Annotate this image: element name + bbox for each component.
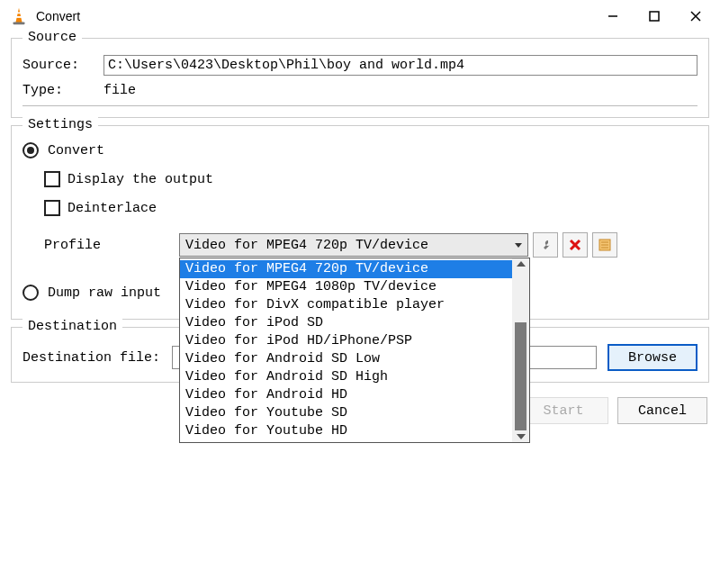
profile-option[interactable]: Video for Android SD Low: [180, 350, 512, 368]
profile-option[interactable]: Video for Android HD: [180, 386, 512, 404]
display-output-checkbox[interactable]: [44, 171, 60, 187]
profile-option[interactable]: Video for iPod HD/iPhone/PSP: [180, 332, 512, 350]
window-title: Convert: [36, 9, 592, 23]
source-divider: [22, 105, 698, 106]
source-input[interactable]: [104, 55, 698, 76]
profile-dropdown-list: Video for MPEG4 720p TV/device Video for…: [179, 258, 530, 443]
profile-option[interactable]: Video for MPEG4 720p TV/device: [180, 260, 512, 278]
source-legend: Source: [22, 30, 82, 45]
delete-profile-button[interactable]: [562, 232, 588, 258]
window-buttons: [592, 3, 716, 30]
deinterlace-label: Deinterlace: [68, 201, 157, 216]
new-profile-button[interactable]: [592, 232, 617, 258]
titlebar: Convert: [0, 0, 720, 32]
start-button[interactable]: Start: [518, 397, 608, 424]
dump-raw-label: Dump raw input: [48, 285, 161, 301]
cancel-button[interactable]: Cancel: [617, 397, 707, 424]
scroll-down-icon[interactable]: [517, 434, 526, 439]
convert-label: Convert: [48, 143, 104, 158]
profile-option[interactable]: Video for MPEG4 1080p TV/device: [180, 278, 512, 296]
deinterlace-checkbox[interactable]: [44, 200, 60, 216]
close-button[interactable]: [675, 3, 716, 30]
profile-option[interactable]: Video for iPod SD: [180, 314, 512, 332]
browse-button[interactable]: Browse: [608, 344, 698, 371]
convert-radio[interactable]: [22, 142, 39, 158]
edit-profile-button[interactable]: [533, 232, 558, 258]
profile-option[interactable]: Video for Youtube SD: [180, 404, 512, 422]
dropdown-scrollbar[interactable]: [512, 258, 529, 442]
maximize-button[interactable]: [634, 3, 675, 30]
destination-label: Destination file:: [22, 350, 172, 366]
scroll-up-icon[interactable]: [517, 261, 526, 267]
type-label: Type:: [22, 83, 104, 98]
profile-option[interactable]: Video for Android SD High: [180, 368, 512, 386]
type-value: file: [104, 83, 136, 98]
chevron-down-icon: [515, 243, 522, 248]
settings-fieldset: Settings Convert Display the output Dein…: [11, 125, 709, 320]
vlc-cone-icon: [9, 6, 29, 26]
svg-rect-1: [16, 16, 22, 18]
settings-legend: Settings: [22, 117, 98, 132]
delete-x-icon: [569, 239, 581, 251]
wrench-icon: [538, 238, 553, 252]
source-fieldset: Source Source: Type: file: [11, 38, 709, 118]
dump-raw-radio[interactable]: [22, 285, 39, 301]
profile-selected-value: Video for MPEG4 720p TV/device: [185, 238, 428, 253]
scroll-thumb[interactable]: [515, 322, 526, 430]
profile-option[interactable]: Video for DivX compatible player: [180, 296, 512, 314]
profile-option[interactable]: Video for Youtube HD: [180, 422, 512, 440]
destination-legend: Destination: [22, 319, 122, 334]
svg-rect-4: [650, 12, 659, 21]
display-output-label: Display the output: [68, 172, 213, 187]
svg-rect-2: [14, 22, 25, 24]
profile-label: Profile: [22, 238, 179, 253]
minimize-button[interactable]: [592, 3, 634, 30]
profile-select[interactable]: Video for MPEG4 720p TV/device Video for…: [179, 233, 528, 257]
source-label: Source:: [22, 58, 104, 73]
new-document-icon: [598, 238, 612, 252]
svg-rect-0: [17, 12, 22, 14]
